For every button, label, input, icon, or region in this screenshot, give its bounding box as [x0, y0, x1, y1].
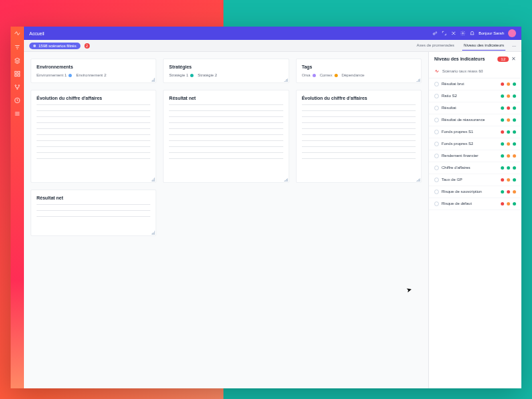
- svg-point-5: [19, 85, 20, 86]
- clock-icon[interactable]: [14, 97, 21, 104]
- filter-card-tags[interactable]: Tags Orsa Comex Dépendance: [296, 59, 422, 83]
- indicator-row[interactable]: Rendement financier: [429, 150, 521, 162]
- indicator-row[interactable]: Taux de GP: [429, 174, 521, 186]
- bell-icon[interactable]: [469, 31, 475, 36]
- filter-summary-pill[interactable]: 1598 scénarios filtrés: [29, 43, 80, 49]
- resize-handle[interactable]: [416, 178, 420, 182]
- svg-rect-3: [18, 74, 20, 76]
- branch-icon[interactable]: [14, 84, 21, 90]
- indicator-row[interactable]: Chiffre d'affaires: [429, 162, 521, 174]
- tab-indicators[interactable]: Niveau des indicateurs: [462, 41, 505, 51]
- chip-tag-dep[interactable]: Dépendance: [342, 73, 364, 77]
- indicator-label: Fonds propres S2: [442, 142, 498, 146]
- radio-icon[interactable]: [434, 178, 439, 182]
- status-dots: [501, 190, 516, 194]
- radio-icon[interactable]: [434, 106, 439, 110]
- resize-handle[interactable]: [151, 178, 155, 182]
- chart-card[interactable]: Résultat net: [163, 90, 289, 183]
- pulse-icon: [434, 68, 440, 74]
- radio-icon[interactable]: [434, 166, 439, 170]
- indicator-row[interactable]: Résultat: [429, 102, 521, 114]
- radio-icon[interactable]: [434, 190, 439, 194]
- svg-point-4: [15, 85, 17, 86]
- resize-handle[interactable]: [416, 78, 420, 82]
- status-dots: [501, 82, 516, 86]
- status-dots: [501, 154, 516, 158]
- chip-env-2[interactable]: Environnement 2: [76, 73, 106, 77]
- scenario-row[interactable]: Scénario taux réass 60: [429, 66, 521, 78]
- indicator-row[interactable]: Fonds propres S1: [429, 126, 521, 138]
- chip-strat-2[interactable]: Stratégie 2: [198, 73, 217, 77]
- status-dots: [501, 202, 516, 205]
- chip-tag-orsa[interactable]: Orsa: [302, 73, 316, 77]
- chart-card[interactable]: Évolution du chiffre d'affaires: [296, 90, 422, 183]
- indicator-row[interactable]: Risque de défaut: [429, 198, 521, 210]
- tab-axes[interactable]: Axes de promenades: [416, 41, 456, 51]
- indicator-row[interactable]: Résultat de réassurance: [429, 114, 521, 126]
- nav-rail: [11, 27, 24, 388]
- resize-handle[interactable]: [151, 78, 155, 82]
- indicator-label: Résultat: [442, 106, 498, 110]
- layers-icon[interactable]: [14, 57, 21, 64]
- indicator-label: Risque de souscription: [442, 190, 498, 194]
- grid-icon[interactable]: [14, 70, 21, 77]
- radio-icon[interactable]: [434, 142, 439, 146]
- key-icon[interactable]: [432, 31, 438, 36]
- indicators-panel: Niveau des indicateurs 12 ✕ Scénario tau…: [428, 52, 521, 388]
- radio-icon[interactable]: [434, 118, 439, 122]
- radio-icon[interactable]: [434, 82, 439, 86]
- svg-point-8: [433, 33, 435, 35]
- close-icon[interactable]: ✕: [511, 56, 516, 62]
- topbar: Accueil Bonjour Sarah: [24, 27, 521, 40]
- svg-rect-0: [15, 71, 17, 73]
- filter-card-strategies[interactable]: Stratégies Stratégie 1 Stratégie 2: [163, 59, 289, 83]
- radio-icon[interactable]: [434, 94, 439, 98]
- indicator-label: Fonds propres S1: [442, 130, 498, 134]
- gear-icon[interactable]: [460, 31, 466, 36]
- chart-card[interactable]: Évolution du chiffre d'affaires: [31, 90, 156, 183]
- dashboard-canvas: Environnements Environnement 1 Environne…: [24, 52, 428, 388]
- avatar[interactable]: [508, 29, 516, 37]
- indicator-row[interactable]: Fonds propres S2: [429, 138, 521, 150]
- page-title: Accueil: [29, 31, 45, 36]
- resize-handle[interactable]: [284, 78, 288, 82]
- indicator-row[interactable]: Ratio S2: [429, 90, 521, 102]
- chip-strat-1[interactable]: Stratégie 1: [169, 73, 194, 77]
- filter-badge: 2: [84, 43, 90, 49]
- list-icon[interactable]: [14, 110, 21, 117]
- status-dots: [501, 142, 516, 146]
- svg-rect-1: [18, 71, 20, 73]
- resize-handle[interactable]: [151, 231, 155, 235]
- radio-icon[interactable]: [434, 201, 439, 206]
- radio-icon[interactable]: [434, 154, 439, 158]
- chart-card[interactable]: Résultat net: [31, 190, 156, 236]
- radio-icon[interactable]: [434, 130, 439, 134]
- status-dots: [501, 118, 516, 122]
- filter-bar: 1598 scénarios filtrés 2 Axes de promena…: [24, 40, 521, 52]
- indicator-label: Résultat de réassurance: [442, 118, 498, 122]
- indicator-label: Taux de GP: [442, 178, 498, 182]
- greeting: Bonjour Sarah: [479, 31, 504, 35]
- shuffle-icon[interactable]: [451, 31, 456, 36]
- filter-icon[interactable]: [14, 44, 21, 51]
- indicator-label: Ratio S2: [442, 94, 498, 98]
- status-dots: [501, 130, 516, 134]
- status-dots: [501, 178, 516, 182]
- expand-icon[interactable]: [442, 31, 447, 36]
- chip-env-1[interactable]: Environnement 1: [37, 73, 72, 77]
- more-icon[interactable]: ⋯: [512, 41, 516, 51]
- svg-point-9: [462, 33, 464, 34]
- indicator-label: Risque de défaut: [442, 201, 498, 206]
- indicator-list: Résultat brutRatio S2RésultatRésultat de…: [429, 78, 521, 388]
- status-dots: [501, 166, 516, 170]
- status-dots: [501, 94, 516, 98]
- indicator-row[interactable]: Risque de souscription: [429, 186, 521, 198]
- indicator-row[interactable]: Résultat brut: [429, 78, 521, 90]
- indicator-label: Résultat brut: [442, 82, 498, 86]
- filter-card-environments[interactable]: Environnements Environnement 1 Environne…: [31, 59, 156, 83]
- chip-tag-comex[interactable]: Comex: [320, 73, 338, 77]
- status-dots: [501, 106, 516, 110]
- resize-handle[interactable]: [284, 178, 288, 182]
- panel-count-badge: 12: [497, 57, 509, 62]
- svg-point-6: [17, 88, 18, 90]
